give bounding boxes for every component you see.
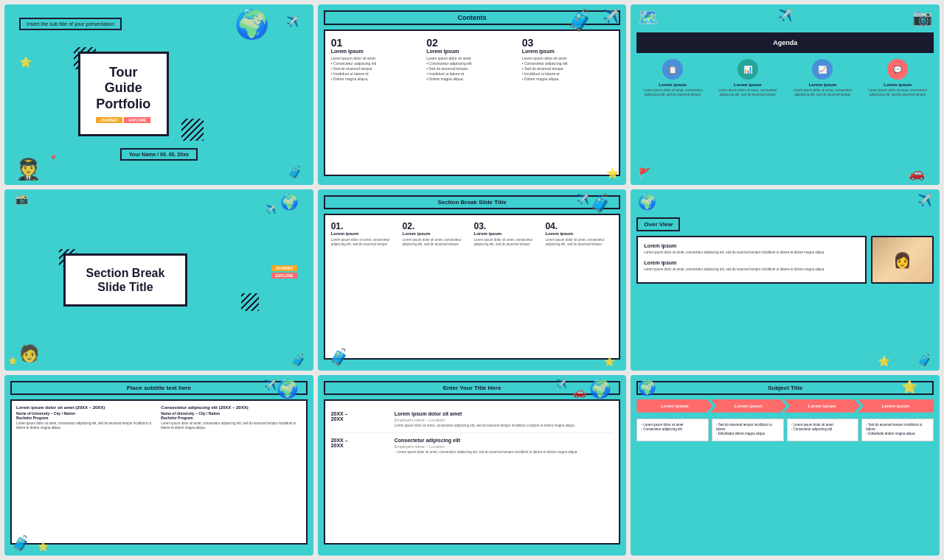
year-text-1: 20XX –20XX — [331, 411, 390, 421]
person-deco-4: 🧑 — [19, 344, 39, 363]
place-content: Lorem ipsum dolor sit amet (20XX – 20XX)… — [10, 399, 308, 545]
subject-col-2: • Sed do eiusmod tempor incididunt ut la… — [712, 419, 784, 441]
item-num-1: 01. — [331, 221, 399, 231]
arrow-2: Lorem ipsum — [710, 399, 786, 413]
overview-sec-text-2: Lorem ipsum dolor sit amet, consectetur … — [644, 267, 859, 272]
four-col-item-1: 01. Lorem ipsum Lorem ipsum dolor sit am… — [331, 221, 399, 351]
camera-deco-4: 📸 — [15, 193, 28, 205]
plane-deco-4: ✈️ — [266, 204, 277, 214]
person-icon: 🧑‍✈️ — [15, 157, 41, 181]
item-title-3: Lorem ipsum — [473, 231, 541, 236]
row-2-sub: Employers name – Location — [395, 444, 614, 449]
agenda-desc-1: Lorem ipsum dolor sit amet, consectetur … — [636, 88, 709, 97]
suitcase-icon: 🧳 — [288, 165, 302, 179]
item-num-3: 03. — [473, 221, 541, 231]
agenda-icon-1: 📋 — [662, 59, 683, 80]
enter-content: 20XX –20XX Lorem ipsum dolor sit amet Em… — [324, 399, 621, 545]
place-col-1-text: Lorem ipsum dolor sit amet, consectetur … — [16, 421, 156, 431]
place-col-1-title: Lorem ipsum dolor sit amet (20XX – 20XX) — [16, 405, 156, 410]
agenda-label-4: Lorem ipsum — [861, 83, 934, 87]
car-deco: 🚗 — [909, 165, 925, 181]
slide-1-tour-guide: Insert the sub title of your presentatio… — [4, 4, 313, 185]
presenter-name: Your Name / 00. 00. 20xx — [120, 148, 198, 161]
contents-grid: 01 Lorem ipsum Lorem ipsum dolor sit ame… — [331, 37, 614, 169]
year-text-2: 20XX –20XX — [331, 438, 390, 448]
content-col-3: 03 Lorem ipsum Lorem ipsum dolor sit ame… — [522, 37, 614, 169]
subtitle-box: Insert the sub title of your presentatio… — [19, 18, 122, 30]
arrow-row: Lorem ipsum Lorem ipsum Lorem ipsum Lore… — [636, 399, 934, 413]
subject-col-4-text: • Sed do eiusmod tempor incididunt ut la… — [866, 423, 929, 437]
overview-content: Over View Lorem ipsum Lorem ipsum dolor … — [636, 216, 934, 284]
arrow-4: Lorem ipsum — [858, 399, 934, 413]
col-3-text: Lorem ipsum dolor sit amet• Consectetur … — [522, 56, 614, 82]
subject-col-1-text: • Lorem ipsum dolor sit amet • Consectet… — [641, 423, 704, 433]
place-col-1: Lorem ipsum dolor sit amet (20XX – 20XX)… — [16, 405, 156, 539]
agenda-label-3: Lorem ipsum — [787, 83, 859, 87]
subject-grid: • Lorem ipsum dolor sit amet • Consectet… — [636, 419, 934, 441]
four-col-item-3: 03. Lorem ipsum Lorem ipsum dolor sit am… — [473, 221, 541, 351]
section-break-title: Section BreakSlide Title — [82, 266, 169, 294]
place-col-2: Consectetur adipiscing elit (20XX – 20XX… — [161, 405, 301, 539]
subject-col-1: • Lorem ipsum dolor sit amet • Consectet… — [636, 419, 709, 441]
subject-col-3: • Lorem ipsum dolor sit amet • Consectet… — [787, 419, 859, 441]
row-1-text: Lorem ipsum dolor sit amet, consectetur … — [395, 424, 614, 428]
slide-7-place-subtitle: 🌍 ✈️ Place subtitle text here Lorem ipsu… — [4, 375, 313, 556]
agenda-label-2: Lorem ipsum — [712, 83, 784, 87]
col-1-num: 01 — [331, 37, 423, 49]
overview-text-box: Lorem ipsum Lorem ipsum dolor sit amet, … — [636, 236, 867, 284]
item-text-3: Lorem ipsum dolor sit amet, consectetur … — [473, 238, 541, 247]
agenda-icon-2: 📊 — [738, 59, 758, 80]
title-container: Tour Guide Portfolio JOURNEY EXPLORE You… — [78, 52, 240, 161]
flag-deco: 🚩 — [638, 167, 650, 179]
agenda-desc-3: Lorem ipsum dolor sit amet, consectetur … — [787, 88, 859, 97]
slide-5-section-break-content: 🧳 ✈️ Section Break Slide Title 01. Lorem… — [318, 189, 627, 370]
enter-year-1: 20XX –20XX — [331, 411, 390, 428]
col-1-text: Lorem ipsum dolor sit amet• Consectetur … — [331, 56, 423, 82]
star-icon: ⭐ — [19, 56, 32, 68]
enter-header: Enter Your Title Here — [324, 381, 621, 395]
name-row: Your Name / 00. 00. 20xx — [78, 142, 240, 161]
overview-image: 👩 — [871, 236, 934, 284]
item-title-1: Lorem ipsum — [331, 231, 399, 236]
subtitle-text: Insert the sub title of your presentatio… — [27, 21, 114, 27]
explore-label: EXPLORE — [124, 117, 150, 123]
globe-deco-4: 🌍 — [280, 193, 299, 211]
suitcase-deco-6: 🧳 — [917, 353, 932, 367]
row-1-title: Lorem ipsum dolor sit amet — [395, 411, 614, 416]
globe-icon: 🌍 — [235, 8, 269, 41]
journey-label-4: JOURNEY — [271, 265, 296, 271]
four-col-grid: 01. Lorem ipsum Lorem ipsum dolor sit am… — [331, 221, 614, 351]
col-2-text: Lorem ipsum dolor sit amet• Consectetur … — [426, 56, 518, 82]
agenda-desc-4: Lorem ipsum dolor sit amet, consectetur … — [861, 88, 934, 97]
agenda-icon-3: 📈 — [812, 59, 833, 80]
main-title: Tour Guide Portfolio — [95, 65, 153, 113]
suitcase-deco-4: 🧳 — [291, 353, 306, 367]
subject-col-2-text: • Sed do eiusmod tempor incididunt ut la… — [716, 423, 780, 437]
item-text-4: Lorem ipsum dolor sit amet, consectetur … — [545, 238, 613, 247]
agenda-item-4: 💬 Lorem ipsum Lorem ipsum dolor sit amet… — [861, 59, 934, 97]
enter-row-1: 20XX –20XX Lorem ipsum dolor sit amet Em… — [331, 407, 614, 433]
agenda-header-text: Agenda — [773, 39, 797, 46]
slide-6-overview: 🌍 ✈️ Over View Lorem ipsum Lorem ipsum d… — [631, 189, 940, 370]
content-col-2: 02 Lorem ipsum Lorem ipsum dolor sit ame… — [426, 37, 518, 169]
slide-8-enter-title: 🌍 🚗 ✈️ Enter Your Title Here 20XX –20XX … — [318, 375, 627, 556]
enter-row-details-1: Lorem ipsum dolor sit amet Employers nam… — [395, 411, 614, 428]
col-2-title: Lorem ipsum — [426, 49, 518, 54]
agenda-item-1: 📋 Lorem ipsum Lorem ipsum dolor sit amet… — [636, 59, 709, 97]
agenda-item-3: 📈 Lorem ipsum Lorem ipsum dolor sit amet… — [787, 59, 859, 97]
plane-deco-3: ✈️ — [778, 8, 793, 22]
slide-9-subject-title: 🌍 ⭐ Subject Title Lorem ipsum Lorem ipsu… — [631, 375, 940, 556]
agenda-label-1: Lorem ipsum — [636, 83, 709, 87]
explore-label-4: EXPLORE — [271, 273, 296, 279]
enter-row-details-2: Consectetur adipiscing elit Employers na… — [395, 438, 614, 455]
contents-header: Contents — [324, 10, 621, 25]
subject-col-3-text: • Lorem ipsum dolor sit amet • Consectet… — [791, 423, 855, 433]
star-deco-4: ⭐ — [8, 357, 17, 365]
arrow-3: Lorem ipsum — [784, 399, 860, 413]
main-title-box: Tour Guide Portfolio JOURNEY EXPLORE — [78, 52, 170, 136]
agenda-header-bar: Agenda — [636, 32, 934, 53]
place-col-1-sub: Name of University – City / NationBachel… — [16, 411, 156, 420]
slide-3-agenda: 🗺️ 📷 ✈️ Agenda 📋 Lorem ipsum Lorem ipsum… — [631, 4, 940, 185]
col-3-num: 03 — [522, 37, 614, 49]
enter-row-2: 20XX –20XX Consectetur adipiscing elit E… — [331, 433, 614, 459]
